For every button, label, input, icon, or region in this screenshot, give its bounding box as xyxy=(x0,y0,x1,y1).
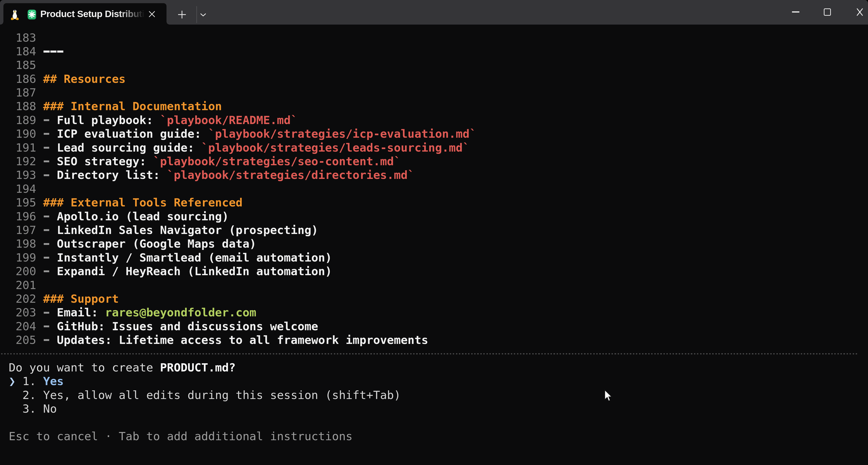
file-line-190: 190 - ICP evaluation guide: `playbook/st… xyxy=(2,127,868,141)
file-line-199: 199 - Instantly / Smartlead (email autom… xyxy=(2,251,868,264)
segment-w: Email: xyxy=(57,306,105,319)
segment-num: 195 xyxy=(2,196,43,209)
file-line-189: 189 - Full playbook: `playbook/README.md… xyxy=(2,113,868,127)
new-tab-button[interactable] xyxy=(178,11,186,19)
tab-product-setup[interactable]: Product Setup Distribution xyxy=(3,3,166,25)
option-2-yes-allow-all[interactable]: 2. Yes, allow all edits during this sess… xyxy=(2,388,868,402)
segment-w: ICP evaluation guide: xyxy=(57,127,208,140)
segment-hint: Esc to cancel · Tab to add additional in… xyxy=(2,430,352,443)
segment-w: Outscraper (Google Maps data) xyxy=(57,237,256,251)
segment-w: Updates: Lifetime access to all framewor… xyxy=(57,333,428,346)
tab-title: Product Setup Distribution xyxy=(40,3,149,25)
segment-num: 184 xyxy=(2,44,43,58)
segment-num: 196 xyxy=(2,210,43,223)
blank-line xyxy=(2,416,868,429)
segment-opt: 2. Yes, allow all edits during this sess… xyxy=(2,388,401,402)
segment-num: 205 xyxy=(2,333,43,346)
segment-w: Expandi / HeyReach (LinkedIn automation) xyxy=(57,264,332,278)
segment-w: Full playbook: xyxy=(57,113,160,127)
segment-bullet: - xyxy=(43,155,57,168)
segment-num: 188 xyxy=(2,99,43,113)
segment-bullet: - xyxy=(43,306,57,319)
segment-code: `playbook/strategies/seo-content.md` xyxy=(153,155,401,168)
window-close-button[interactable] xyxy=(857,8,863,16)
segment-num: 204 xyxy=(2,320,43,333)
segment-sep: ╌╌╌╌╌╌╌╌╌╌╌╌╌╌╌╌╌╌╌╌╌╌╌╌╌╌╌╌╌╌╌╌╌╌╌╌╌╌╌╌… xyxy=(2,347,862,361)
file-line-187: 187 xyxy=(2,86,868,99)
hint-line: Esc to cancel · Tab to add additional in… xyxy=(2,430,868,443)
file-line-192: 192 - SEO strategy: `playbook/strategies… xyxy=(2,155,868,168)
segment-qf: PRODUCT.md? xyxy=(160,361,236,374)
segment-bullet: - xyxy=(43,251,57,264)
file-line-202: 202 ### Support xyxy=(2,292,868,306)
segment-em: rares@beyondfolder.com xyxy=(105,306,256,319)
file-line-183: 183 xyxy=(2,31,868,44)
window-maximize-button[interactable] xyxy=(824,8,831,16)
segment-num: 200 xyxy=(2,264,43,278)
tab-dropdown-chevron-icon[interactable] xyxy=(200,13,206,16)
segment-bullet: - xyxy=(43,141,57,155)
file-line-201: 201 xyxy=(2,278,868,292)
segment-num: 194 xyxy=(2,182,36,196)
terminal-screen: 183 184 185 186 ## Resources 187 188 ###… xyxy=(0,25,868,465)
confirm-separator: ╌╌╌╌╌╌╌╌╌╌╌╌╌╌╌╌╌╌╌╌╌╌╌╌╌╌╌╌╌╌╌╌╌╌╌╌╌╌╌╌… xyxy=(2,347,868,361)
file-line-193: 193 - Directory list: `playbook/strategi… xyxy=(2,168,868,182)
segment-w: Instantly / Smartlead (email automation) xyxy=(57,251,332,264)
segment-w: SEO strategy: xyxy=(57,155,153,168)
option-3-no[interactable]: 3. No xyxy=(2,402,868,416)
segment-bullet: - xyxy=(43,168,57,182)
segment-num: 203 xyxy=(2,306,43,319)
segment-h: ### Internal Documentation xyxy=(43,99,222,113)
segment-bullet: - xyxy=(43,127,57,141)
segment-num: 189 xyxy=(2,113,43,127)
file-line-184: 184 xyxy=(2,44,868,58)
segment-code: `playbook/strategies/directories.md` xyxy=(167,168,414,181)
markdown-hr-dash xyxy=(43,44,50,58)
option-1-yes[interactable]: ❯ 1. Yes xyxy=(2,374,868,388)
segment-num: 201 xyxy=(2,278,36,292)
tab-curve-right xyxy=(166,22,169,25)
titlebar: Product Setup Distribution xyxy=(0,0,868,25)
file-line-185: 185 xyxy=(2,58,868,72)
file-line-197: 197 - LinkedIn Sales Navigator (prospect… xyxy=(2,223,868,237)
tab-curve-left xyxy=(1,22,3,25)
segment-bullet: - xyxy=(43,264,57,278)
file-line-203: 203 - Email: rares@beyondfolder.com xyxy=(2,306,868,319)
segment-code: `playbook/strategies/icp-evaluation.md` xyxy=(208,127,476,140)
segment-w: Apollo.io (lead sourcing) xyxy=(57,210,229,223)
segment-w: Lead sourcing guide: xyxy=(57,141,202,154)
file-line-194: 194 xyxy=(2,182,868,196)
file-line-196: 196 - Apollo.io (lead sourcing) xyxy=(2,210,868,223)
segment-num: 193 xyxy=(2,168,43,181)
segment-num: 183 xyxy=(2,31,36,44)
segment-num: 198 xyxy=(2,237,43,251)
segment-arr: ❯ xyxy=(2,374,23,388)
file-line-198: 198 - Outscraper (Google Maps data) xyxy=(2,237,868,251)
window-minimize-button[interactable] xyxy=(792,11,800,12)
segment-num: 186 xyxy=(2,72,43,86)
segment-w: Directory list: xyxy=(57,168,167,181)
segment-h: ## Resources xyxy=(43,72,125,86)
segment-code: `playbook/README.md` xyxy=(160,113,298,127)
segment-opt: 1. xyxy=(23,374,43,388)
mouse-cursor xyxy=(604,390,613,402)
segment-code: `playbook/strategies/leads-sourcing.md` xyxy=(202,141,470,154)
segment-num: 185 xyxy=(2,58,36,72)
tab-close-icon[interactable] xyxy=(149,11,155,18)
linux-tux-icon xyxy=(11,9,19,20)
segment-num: 187 xyxy=(2,86,36,99)
segment-bullet: - xyxy=(43,237,57,251)
segment-bullet: - xyxy=(43,113,57,127)
titlebar-divider xyxy=(196,6,197,23)
segment-num: 190 xyxy=(2,127,43,140)
segment-num: 191 xyxy=(2,141,43,154)
file-line-188: 188 ### Internal Documentation xyxy=(2,99,868,113)
segment-num: 199 xyxy=(2,251,43,264)
markdown-hr-dash xyxy=(57,44,64,58)
file-line-195: 195 ### External Tools Referenced xyxy=(2,196,868,209)
segment-h: ### External Tools Referenced xyxy=(43,196,243,209)
segment-bullet: - xyxy=(43,333,57,347)
segment-bullet: - xyxy=(43,210,57,223)
file-line-204: 204 - GitHub: Issues and discussions wel… xyxy=(2,320,868,333)
segment-q: Do you want to create xyxy=(2,361,160,374)
